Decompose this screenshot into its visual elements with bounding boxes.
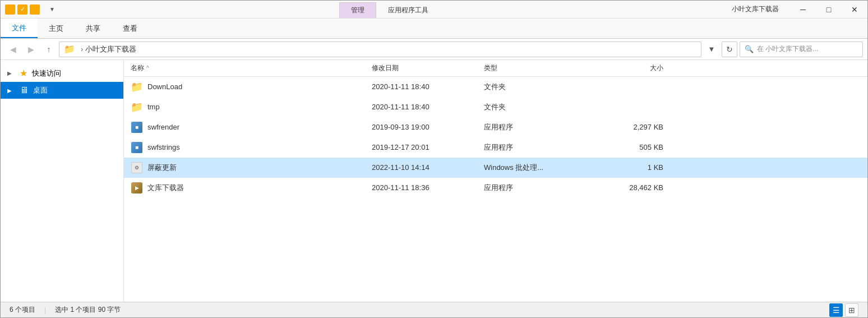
path-text: 小叶文库下载器 [85,44,136,54]
file-type: 文件夹 [484,82,596,92]
ribbon-tab-share[interactable]: 共享 [75,19,112,38]
col-header-date[interactable]: 修改日期 [372,63,484,73]
file-rows-container: 📁 DownLoad 2020-11-11 18:40 文件夹 📁 tmp 20… [124,77,867,198]
col-header-size[interactable]: 大小 [596,63,663,73]
content-area: ▶ ★ 快速访问 ▶ 🖥 桌面 名称 ^ 修改日期 类型 大小 [1,60,867,302]
file-type: 应用程序 [484,122,596,132]
file-name: DownLoad [147,82,372,91]
quick-access-star-icon: ★ [20,68,27,79]
ribbon-tab-file[interactable]: 文件 [1,19,38,38]
view-details-button[interactable]: ☰ [829,303,843,317]
maximize-button[interactable]: □ [816,1,842,18]
file-date: 2022-11-10 14:14 [372,163,484,172]
window-controls: ─ □ ✕ [790,1,867,18]
app-icon: ■ [131,141,143,154]
ribbon-tab-home[interactable]: 主页 [38,19,75,38]
batch-icon: ⚙ [131,162,143,174]
close-button[interactable]: ✕ [842,1,867,18]
refresh-button[interactable]: ↻ [722,42,737,57]
view-large-icons-button[interactable]: ⊞ [845,303,858,317]
table-row[interactable]: 📁 DownLoad 2020-11-11 18:40 文件夹 [124,77,867,97]
table-row[interactable]: ■ swfstrings 2019-12-17 20:01 应用程序 505 K… [124,137,867,158]
table-row[interactable]: ⚙ 屏蔽更新 2022-11-10 14:14 Windows 批处理... 1… [124,158,867,178]
ribbon-tab-view[interactable]: 查看 [112,19,149,38]
col-header-type[interactable]: 类型 [484,63,596,73]
file-type: 应用程序 [484,142,596,153]
search-placeholder: 在 小叶文库下载器... [757,44,858,54]
status-right: ☰ ⊞ [829,303,858,317]
path-folder-icon: 📁 [64,44,75,54]
file-name: swfstrings [147,143,372,151]
table-row[interactable]: ■ swfrender 2019-09-13 19:00 应用程序 2,297 … [124,117,867,137]
folder-icon: 📁 [131,101,143,113]
address-bar: ◀ ▶ ↑ 📁 › 小叶文库下载器 ▼ ↻ 🔍 在 小叶文库下载器... [1,39,867,60]
title-tabs: 管理 应用程序工具 [339,2,440,18]
file-name: 屏蔽更新 [147,163,372,173]
sort-arrow-name: ^ [146,65,149,71]
sidebar-item-quick-access[interactable]: ▶ ★ 快速访问 [1,64,123,82]
file-type: 应用程序 [484,183,596,193]
file-size: 1 KB [596,163,663,172]
table-row[interactable]: 📁 tmp 2020-11-11 18:40 文件夹 [124,97,867,117]
status-selected: 选中 1 个项目 90 字节 [55,305,121,315]
title-center: 管理 应用程序工具 [59,1,721,18]
folder-icon: 📁 [131,81,143,93]
file-date: 2020-11-11 18:40 [372,82,484,91]
title-bar: ✓ ▼ 管理 应用程序工具 小叶文库下载器 ─ □ ✕ [1,1,867,19]
desktop-label: 桌面 [33,85,48,95]
table-row[interactable]: ▶ 文库下载器 2020-11-11 18:36 应用程序 28,462 KB [124,178,867,198]
search-box[interactable]: 🔍 在 小叶文库下载器... [740,42,863,57]
file-list: 名称 ^ 修改日期 类型 大小 📁 DownLoad 2020-11-11 18… [124,60,867,302]
file-name: swfrender [147,123,372,131]
folder-icon [5,4,15,15]
file-size: 505 KB [596,143,663,151]
check-icon: ✓ [17,4,27,15]
app-title: 小叶文库下载器 [721,1,790,18]
up-button[interactable]: ↑ [41,42,57,57]
file-size: 28,462 KB [596,183,663,192]
tab-app-tools[interactable]: 应用程序工具 [376,2,440,18]
file-date: 2019-09-13 19:00 [372,123,484,131]
address-path[interactable]: 📁 › 小叶文库下载器 [59,42,701,57]
col-header-name[interactable]: 名称 ^ [131,63,372,73]
sidebar: ▶ ★ 快速访问 ▶ 🖥 桌面 [1,60,124,302]
file-date: 2020-11-11 18:40 [372,103,484,111]
back-button[interactable]: ◀ [5,42,21,57]
quick-access-arrow: ▼ [49,6,55,12]
quick-access-expand-icon: ▶ [7,70,15,76]
minimize-button[interactable]: ─ [790,1,816,18]
quick-access-label: 快速访问 [32,68,61,79]
desktop-expand-icon: ▶ [7,87,15,94]
path-chevron: › [81,45,83,53]
file-size: 2,297 KB [596,123,663,131]
forward-button[interactable]: ▶ [23,42,39,57]
status-count: 6 个项目 [10,305,35,315]
file-name: 文库下载器 [147,183,372,193]
file-type: Windows 批处理... [484,163,596,173]
folder2-icon [30,4,40,15]
file-type: 文件夹 [484,102,596,112]
file-list-header: 名称 ^ 修改日期 类型 大小 [124,60,867,77]
tab-manage[interactable]: 管理 [339,2,376,18]
app-icon: ■ [131,121,143,133]
desktop-icon: 🖥 [20,85,29,95]
file-date: 2019-12-17 20:01 [372,143,484,151]
status-bar: 6 个项目 | 选中 1 个项目 90 字节 ☰ ⊞ [1,302,867,317]
file-date: 2020-11-11 18:36 [372,183,484,192]
title-bar-left: ✓ ▼ [1,1,59,18]
file-name: tmp [147,103,372,111]
sidebar-item-desktop[interactable]: ▶ 🖥 桌面 [1,82,123,99]
address-dropdown-button[interactable]: ▼ [704,42,719,57]
search-icon: 🔍 [745,45,754,53]
status-divider: | [44,306,46,314]
ribbon: 文件 主页 共享 查看 [1,19,867,39]
app-brown-icon: ▶ [131,182,143,194]
